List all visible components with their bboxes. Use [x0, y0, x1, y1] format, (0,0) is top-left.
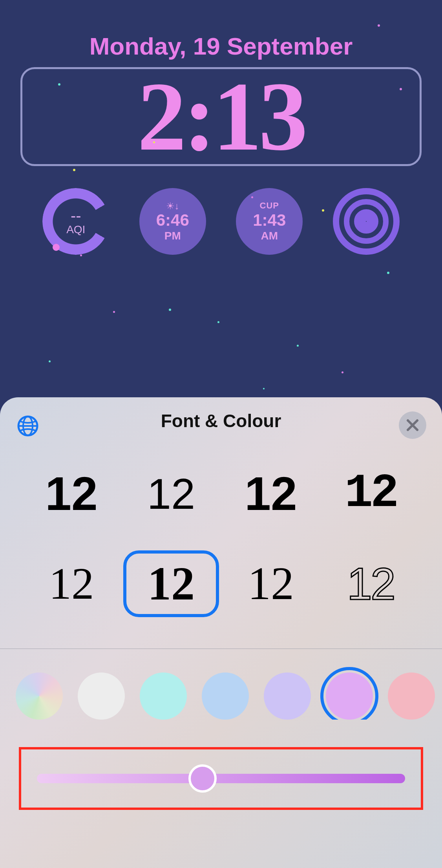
sunset-icon: ☀︎↓: [166, 201, 179, 212]
close-icon: [406, 418, 419, 432]
close-button[interactable]: [399, 411, 426, 439]
clock-time: 2:13: [137, 68, 305, 166]
panel-title: Font & Colour: [161, 410, 281, 431]
activity-ring-inner: [354, 209, 378, 234]
date-text: Monday, 19 September: [0, 0, 442, 60]
color-swatch-0[interactable]: [16, 672, 63, 720]
activity-rings-widget[interactable]: [333, 188, 400, 255]
color-swatch-5[interactable]: [326, 672, 373, 720]
globe-button[interactable]: [16, 414, 40, 438]
font-option-8[interactable]: 12: [323, 550, 418, 617]
worldclock-time: 1:43: [253, 211, 286, 230]
globe-icon: [17, 415, 39, 437]
font-option-1[interactable]: 12: [24, 460, 119, 527]
sunset-widget[interactable]: ☀︎↓ 6:46 PM: [139, 188, 206, 255]
font-option-4[interactable]: 12: [323, 460, 418, 527]
color-swatch-6[interactable]: [388, 672, 435, 720]
widgets-row: -- AQI ☀︎↓ 6:46 PM CUP 1:43 AM: [27, 188, 415, 255]
color-swatch-2[interactable]: [140, 672, 187, 720]
font-option-3[interactable]: 12: [223, 460, 319, 527]
tint-slider-annotation-box: [19, 747, 423, 810]
worldclock-widget[interactable]: CUP 1:43 AM: [236, 188, 303, 255]
font-colour-panel: Font & Colour 12 12 12 12 12 12 12 12: [0, 397, 442, 868]
tint-slider-thumb[interactable]: [188, 764, 217, 793]
tint-slider[interactable]: [37, 774, 405, 783]
font-option-6[interactable]: 12: [123, 550, 219, 617]
color-swatch-1[interactable]: [78, 672, 125, 720]
worldclock-city: CUP: [260, 201, 279, 211]
font-option-7[interactable]: 12: [223, 550, 319, 617]
font-option-5[interactable]: 12: [24, 550, 119, 617]
font-grid: 12 12 12 12 12 12 12 12: [0, 444, 442, 645]
worldclock-period: AM: [261, 230, 278, 242]
sunset-period: PM: [164, 230, 181, 242]
color-swatch-3[interactable]: [202, 672, 249, 720]
sunset-time: 6:46: [156, 211, 189, 230]
aqi-widget[interactable]: -- AQI: [42, 188, 109, 255]
clock-container[interactable]: 2:13: [20, 67, 422, 166]
color-swatch-4[interactable]: [264, 672, 311, 720]
gauge-icon: [42, 188, 109, 255]
color-swatches: [0, 649, 442, 720]
font-option-2[interactable]: 12: [123, 460, 219, 527]
